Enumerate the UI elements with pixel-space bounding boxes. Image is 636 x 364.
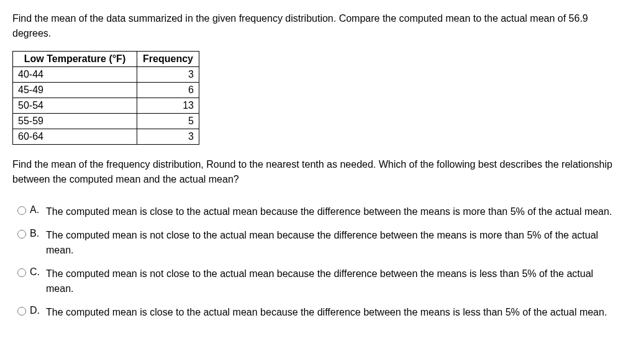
question-intro: Find the mean of the data summarized in … [12,11,624,41]
table-header-freq: Frequency [137,52,199,67]
table-row: 55-59 5 [13,114,199,129]
option-c[interactable]: C. The computed mean is not close to the… [17,266,624,296]
radio-c[interactable] [17,268,26,277]
option-b[interactable]: B. The computed mean is not close to the… [17,228,624,258]
radio-a[interactable] [17,206,26,215]
option-letter: B. [30,228,41,239]
freq-cell: 3 [137,67,199,83]
table-row: 45-49 6 [13,83,199,98]
table-row: 60-64 3 [13,129,199,145]
option-text: The computed mean is close to the actual… [46,204,624,219]
sub-question: Find the mean of the frequency distribut… [12,157,624,187]
option-text: The computed mean is not close to the ac… [46,228,624,258]
freq-cell: 13 [137,98,199,114]
temp-range-cell: 55-59 [13,114,137,129]
temp-range-cell: 40-44 [13,67,137,83]
option-text: The computed mean is not close to the ac… [46,266,624,296]
radio-b[interactable] [17,230,26,239]
radio-d[interactable] [17,307,26,316]
temp-range-cell: 50-54 [13,98,137,114]
temp-range-cell: 60-64 [13,129,137,145]
option-d[interactable]: D. The computed mean is close to the act… [17,305,624,320]
option-text: The computed mean is close to the actual… [46,305,624,320]
option-letter: D. [30,305,41,316]
freq-cell: 6 [137,83,199,98]
table-row: 50-54 13 [13,98,199,114]
options-group: A. The computed mean is close to the act… [12,204,624,320]
temp-range-cell: 45-49 [13,83,137,98]
freq-cell: 3 [137,129,199,145]
table-header-temp: Low Temperature (°F) [13,52,137,67]
option-letter: C. [30,266,41,278]
frequency-table: Low Temperature (°F) Frequency 40-44 3 4… [12,51,199,145]
option-a[interactable]: A. The computed mean is close to the act… [17,204,624,219]
option-letter: A. [30,204,41,216]
freq-cell: 5 [137,114,199,129]
table-row: 40-44 3 [13,67,199,83]
